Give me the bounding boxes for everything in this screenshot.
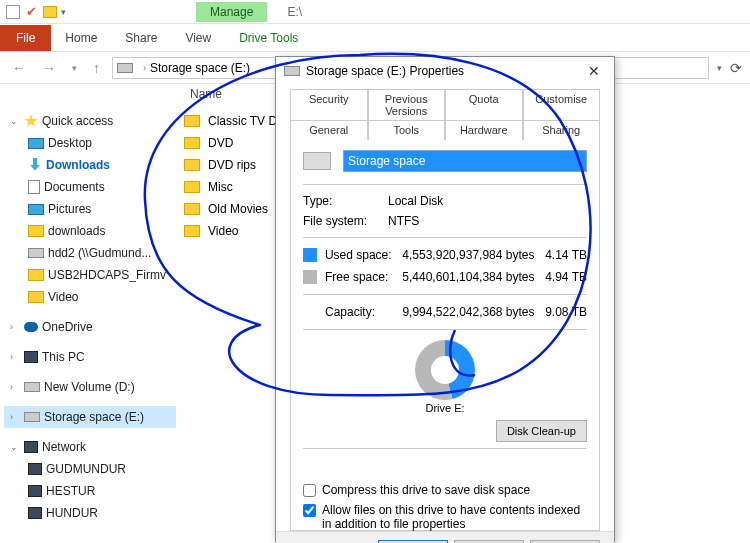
ribbon-home[interactable]: Home bbox=[51, 25, 111, 51]
tab-sharing[interactable]: Sharing bbox=[523, 120, 601, 140]
close-button[interactable]: ✕ bbox=[582, 61, 606, 81]
properties-dialog: Storage space (E:) Properties ✕ Security… bbox=[275, 56, 615, 542]
qat-icon bbox=[6, 5, 20, 19]
dialog-tabs: Security Previous Versions Quota Customi… bbox=[276, 85, 614, 139]
dialog-title: Storage space (E:) Properties bbox=[306, 64, 582, 78]
capacity-human: 9.08 TB bbox=[539, 305, 587, 319]
chevron-down-icon[interactable]: ▾ bbox=[61, 7, 66, 17]
drive-icon bbox=[284, 66, 300, 76]
ribbon-share[interactable]: Share bbox=[111, 25, 171, 51]
tree-downloads[interactable]: Downloads bbox=[4, 154, 176, 176]
tree-pictures[interactable]: Pictures bbox=[4, 198, 176, 220]
tree-documents[interactable]: Documents bbox=[4, 176, 176, 198]
title-bar: ✔ ▾ Manage E:\ bbox=[0, 0, 750, 24]
index-checkbox-row[interactable]: Allow files on this drive to have conten… bbox=[303, 503, 587, 531]
folder-icon bbox=[184, 159, 200, 171]
tab-panel-general: Type:Local Disk File system:NTFS Used sp… bbox=[290, 139, 600, 531]
back-button[interactable]: ← bbox=[8, 58, 30, 78]
pictures-icon bbox=[28, 204, 44, 215]
chevron-right-icon: › bbox=[10, 382, 20, 392]
folder-icon bbox=[28, 291, 44, 303]
forward-button[interactable]: → bbox=[38, 58, 60, 78]
disk-cleanup-button[interactable]: Disk Clean-up bbox=[496, 420, 587, 442]
breadcrumb-location[interactable]: Storage space (E:) bbox=[150, 61, 250, 75]
checkmark-icon: ✔ bbox=[26, 4, 37, 19]
ribbon-file[interactable]: File bbox=[0, 25, 51, 51]
drive-icon bbox=[28, 248, 44, 258]
folder-icon bbox=[184, 115, 200, 127]
free-bytes: 5,440,601,104,384 bytes bbox=[402, 270, 539, 284]
tree-hundur[interactable]: HUNDUR bbox=[4, 502, 176, 524]
tree-downloads2[interactable]: downloads bbox=[4, 220, 176, 242]
index-checkbox[interactable] bbox=[303, 504, 316, 517]
used-label: Used space: bbox=[325, 248, 402, 262]
breadcrumb-sep-icon: › bbox=[143, 63, 146, 73]
drive-icon bbox=[24, 382, 40, 392]
tab-tools[interactable]: Tools bbox=[368, 120, 446, 140]
tab-customise[interactable]: Customise bbox=[523, 89, 601, 121]
recent-chevron-icon[interactable]: ▾ bbox=[68, 61, 81, 75]
tree-this-pc[interactable]: ›This PC bbox=[4, 346, 176, 368]
folder-icon bbox=[184, 203, 200, 215]
compress-checkbox-row[interactable]: Compress this drive to save disk space bbox=[303, 483, 587, 497]
ribbon-drive-tools[interactable]: Drive Tools bbox=[225, 25, 312, 51]
address-dropdown-icon[interactable]: ▾ bbox=[717, 63, 722, 73]
capacity-bytes: 9,994,522,042,368 bytes bbox=[402, 305, 539, 319]
filesystem-label: File system: bbox=[303, 214, 388, 228]
window-title-path: E:\ bbox=[287, 5, 302, 19]
document-icon bbox=[28, 180, 40, 194]
used-bytes: 4,553,920,937,984 bytes bbox=[402, 248, 539, 262]
folder-icon bbox=[28, 225, 44, 237]
drive-name-input[interactable] bbox=[343, 150, 587, 172]
chevron-down-icon: ⌄ bbox=[10, 442, 20, 452]
tree-quick-access[interactable]: ⌄Quick access bbox=[4, 110, 176, 132]
chevron-down-icon: ⌄ bbox=[10, 116, 20, 126]
tab-hardware[interactable]: Hardware bbox=[445, 120, 523, 140]
ribbon-view[interactable]: View bbox=[171, 25, 225, 51]
tree-storage-space[interactable]: ›Storage space (E:) bbox=[4, 406, 176, 428]
onedrive-icon bbox=[24, 322, 38, 332]
capacity-label: Capacity: bbox=[325, 305, 402, 319]
star-icon bbox=[24, 114, 38, 128]
network-icon bbox=[24, 441, 38, 453]
tree-desktop[interactable]: Desktop bbox=[4, 132, 176, 154]
chevron-right-icon: › bbox=[10, 412, 20, 422]
tree-video[interactable]: Video bbox=[4, 286, 176, 308]
drive-icon bbox=[117, 63, 133, 73]
tree-usb[interactable]: USB2HDCAPS_Firmv bbox=[4, 264, 176, 286]
folder-icon bbox=[184, 181, 200, 193]
dialog-titlebar: Storage space (E:) Properties ✕ bbox=[276, 57, 614, 85]
tab-quota[interactable]: Quota bbox=[445, 89, 523, 121]
up-button[interactable]: ↑ bbox=[89, 58, 104, 78]
tree-gudmundur[interactable]: GUDMUNDUR bbox=[4, 458, 176, 480]
folder-icon bbox=[43, 6, 57, 18]
folder-icon bbox=[184, 137, 200, 149]
filesystem-value: NTFS bbox=[388, 214, 587, 228]
dialog-buttons: OK Cancel Apply bbox=[276, 531, 614, 543]
tab-general[interactable]: General bbox=[290, 120, 368, 140]
used-swatch-icon bbox=[303, 248, 317, 262]
used-human: 4.14 TB bbox=[539, 248, 587, 262]
pc-icon bbox=[28, 485, 42, 497]
tree-network[interactable]: ⌄Network bbox=[4, 436, 176, 458]
usage-pie-chart bbox=[415, 340, 475, 400]
compress-checkbox[interactable] bbox=[303, 484, 316, 497]
chevron-right-icon: › bbox=[10, 322, 20, 332]
free-label: Free space: bbox=[325, 270, 402, 284]
type-label: Type: bbox=[303, 194, 388, 208]
tree-hdd2[interactable]: hdd2 (\\Gudmund... bbox=[4, 242, 176, 264]
tree-onedrive[interactable]: ›OneDrive bbox=[4, 316, 176, 338]
tab-previous-versions[interactable]: Previous Versions bbox=[368, 89, 446, 121]
pc-icon bbox=[24, 351, 38, 363]
refresh-button[interactable]: ⟳ bbox=[730, 60, 742, 76]
drive-icon bbox=[24, 412, 40, 422]
pc-icon bbox=[28, 507, 42, 519]
tab-security[interactable]: Security bbox=[290, 89, 368, 121]
desktop-icon bbox=[28, 138, 44, 149]
tree-new-volume[interactable]: ›New Volume (D:) bbox=[4, 376, 176, 398]
free-human: 4.94 TB bbox=[539, 270, 587, 284]
ribbon: File Home Share View Drive Tools bbox=[0, 24, 750, 52]
manage-contextual-tab[interactable]: Manage bbox=[196, 2, 267, 22]
folder-icon bbox=[184, 225, 200, 237]
tree-hestur[interactable]: HESTUR bbox=[4, 480, 176, 502]
